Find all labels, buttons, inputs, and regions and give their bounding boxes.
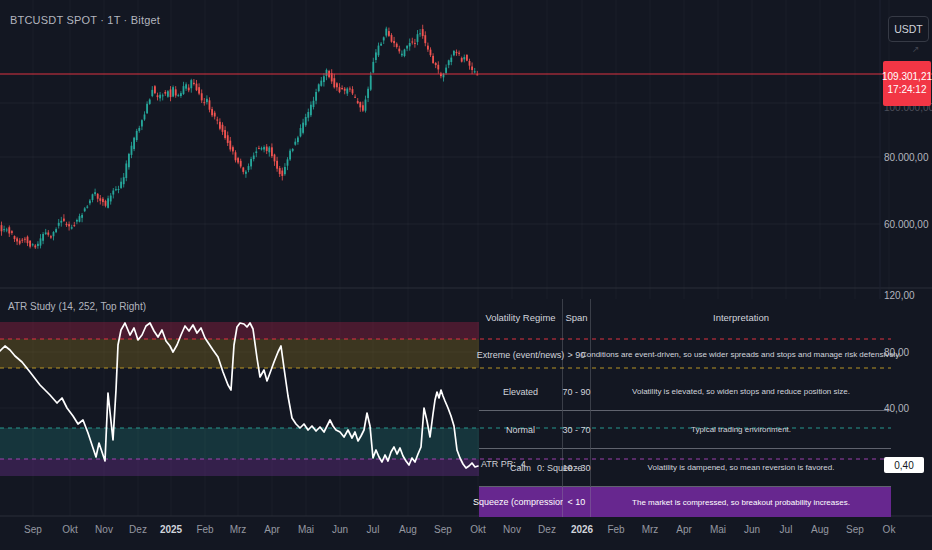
- volatility-regime-table: Volatility RegimeSpanInterpretationExtre…: [479, 299, 891, 517]
- regime-cell: Normal: [479, 411, 563, 449]
- interpretation-cell: Volatility is elevated, so widen stops a…: [591, 373, 891, 411]
- indicator-value-badge: 0,40: [884, 457, 924, 473]
- symbol-title[interactable]: BTCUSDT SPOT · 1T · Bitget: [10, 14, 160, 26]
- table-header-cell: Span: [563, 299, 591, 336]
- regime-cell: Extreme (event/news): [479, 336, 563, 373]
- scale-arrow-icon: ↗: [912, 44, 920, 54]
- interpretation-cell: Conditions are event-driven, so use wide…: [591, 336, 891, 373]
- span-cell: < 10: [563, 487, 591, 517]
- indicator-title[interactable]: ATR Study (14, 252, Top Right): [8, 301, 146, 312]
- regime-cell: Elevated: [479, 373, 563, 411]
- trading-chart-window: BTCUSDT SPOT · 1T · Bitget USDT ↗ 109.30…: [0, 0, 932, 550]
- bar-countdown: 17:24:12: [888, 85, 927, 95]
- span-cell: 70 - 90: [563, 373, 591, 411]
- time-axis-label: Ok: [867, 524, 911, 535]
- interpretation-cell: Typical trading environment.: [591, 411, 891, 449]
- atr-status-left: ATR PR: ,4: [481, 459, 526, 469]
- table-header-cell: Interpretation: [591, 299, 891, 336]
- table-header-cell: Volatility Regime: [479, 299, 563, 336]
- regime-cell: Squeeze (compression): [479, 487, 563, 517]
- currency-toggle-button[interactable]: USDT: [888, 16, 929, 42]
- last-price-value: 109.301,21: [882, 72, 932, 82]
- interpretation-cell: Volatility is dampened, so mean reversio…: [591, 449, 891, 487]
- last-price-badge: 109.301,21 17:24:12: [883, 61, 931, 106]
- interpretation-cell: The market is compressed, so breakout pr…: [591, 487, 891, 517]
- price-axis-label: 60.000,00: [884, 219, 930, 230]
- atr-status-right: 0: Squeeze: [537, 463, 583, 473]
- price-axis-label: 80.000,00: [884, 152, 930, 163]
- span-cell: 30 - 70: [563, 411, 591, 449]
